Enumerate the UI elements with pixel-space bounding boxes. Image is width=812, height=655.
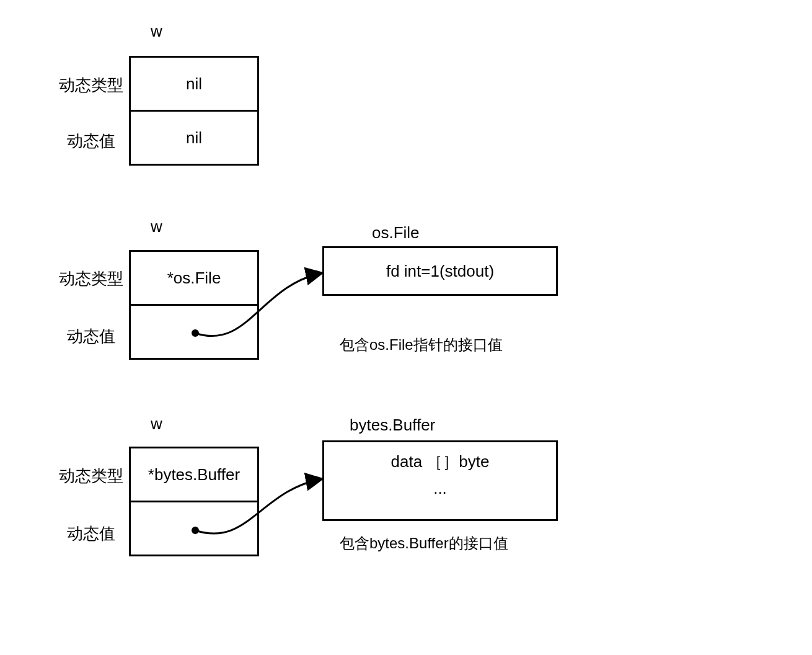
block3-value-cell <box>129 501 259 556</box>
block2-target-content: fd int=1(stdout) <box>386 262 494 281</box>
block2-type-label: 动态类型 <box>59 268 123 290</box>
block3-pointer-arrow <box>0 0 812 655</box>
block3-target-box: data ［］byte ... <box>322 440 558 521</box>
block2-title: w <box>151 217 162 236</box>
block3-title: w <box>151 414 162 434</box>
block2-target-title: os.File <box>372 223 420 243</box>
block2-pointer-arrow <box>0 0 812 655</box>
block2-type-cell: *os.File <box>129 250 259 306</box>
block1-type-label: 动态类型 <box>59 74 123 96</box>
block3-type-cell: *bytes.Buffer <box>129 447 259 502</box>
block1-type-value: nil <box>186 74 202 94</box>
block1-value-label: 动态值 <box>67 130 115 152</box>
block2-target-box: fd int=1(stdout) <box>322 246 558 296</box>
block3-caption: 包含bytes.Buffer的接口值 <box>340 533 508 553</box>
block2-value-label: 动态值 <box>67 326 115 347</box>
block2-value-cell <box>129 304 259 360</box>
block3-value-label: 动态值 <box>67 523 115 545</box>
block1-value-cell: nil <box>129 110 259 166</box>
block1-value-value: nil <box>186 128 202 148</box>
block3-type-value: *bytes.Buffer <box>148 465 240 484</box>
block3-type-label: 动态类型 <box>59 465 123 487</box>
block2-caption: 包含os.File指针的接口值 <box>340 335 503 355</box>
block1-title: w <box>151 22 162 41</box>
block2-type-value: *os.File <box>167 269 221 288</box>
block3-target-line2: ... <box>433 479 447 498</box>
block3-target-title: bytes.Buffer <box>350 416 435 435</box>
block3-target-line1: data ［］byte <box>391 451 490 473</box>
block1-type-cell: nil <box>129 56 259 112</box>
